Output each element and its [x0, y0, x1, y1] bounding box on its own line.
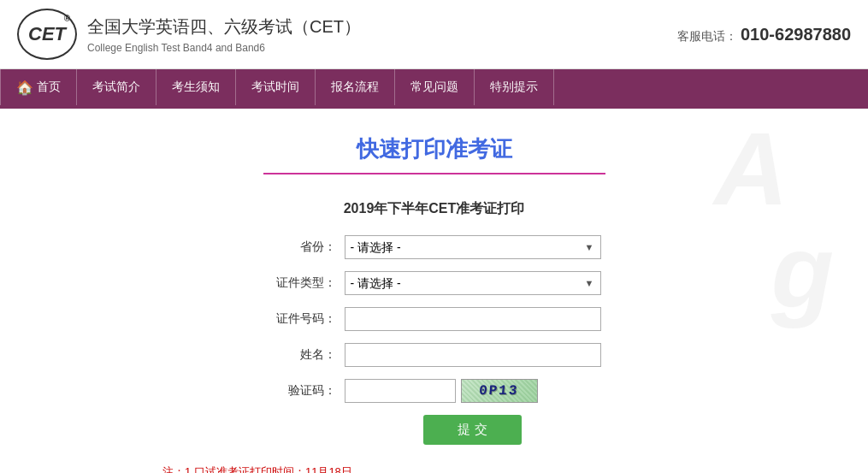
- province-select[interactable]: - 请选择 -: [345, 235, 601, 259]
- nav-intro[interactable]: 考试简介: [77, 69, 156, 105]
- submit-button[interactable]: 提 交: [423, 415, 521, 445]
- nav-notice[interactable]: 考生须知: [156, 69, 236, 105]
- page-title: 快速打印准考证: [17, 134, 851, 164]
- header-contact: 客服电话： 010-62987880: [677, 25, 851, 44]
- header-title: 全国大学英语四、六级考试（CET） College English Test B…: [87, 15, 361, 54]
- header-left: CET 全国大学英语四、六级考试（CET） College English Te…: [17, 9, 361, 60]
- site-title-sub: College English Test Band4 and Band6: [87, 42, 361, 54]
- notes: 注：1.口试准考证打印时间：11月18日 2.笔试准考证打印时间：请以考点通知时…: [162, 462, 706, 473]
- main-content: A g 快速打印准考证 2019年下半年CET准考证打印 省份： - 请选择 -…: [0, 109, 868, 473]
- province-row: 省份： - 请选择 -: [268, 235, 601, 259]
- service-label: 客服电话：: [677, 29, 737, 43]
- nav-time[interactable]: 考试时间: [236, 69, 316, 105]
- captcha-row: 验证码： 0P13: [268, 379, 601, 403]
- id-type-select[interactable]: - 请选择 -: [345, 271, 601, 295]
- id-type-row: 证件类型： - 请选择 -: [268, 271, 601, 295]
- nav-faq[interactable]: 常见问题: [395, 69, 475, 105]
- name-input[interactable]: [345, 343, 601, 367]
- site-logo: CET: [17, 9, 77, 60]
- logo-text: CET: [28, 23, 66, 45]
- id-type-select-wrapper[interactable]: - 请选择 -: [345, 271, 601, 295]
- form-container: 省份： - 请选择 - 证件类型： - 请选择 - 证件号码：: [268, 235, 601, 445]
- nav-register[interactable]: 报名流程: [316, 69, 395, 105]
- name-label: 姓名：: [268, 347, 336, 363]
- id-number-label: 证件号码：: [268, 311, 336, 327]
- captcha-label: 验证码：: [268, 383, 336, 399]
- form-subtitle: 2019年下半年CET准考证打印: [17, 200, 851, 218]
- notes-inner: 注：1.口试准考证打印时间：11月18日 2.笔试准考证打印时间：请以考点通知时…: [162, 445, 706, 473]
- captcha-container: 0P13: [345, 379, 538, 403]
- home-icon: 🏠: [16, 80, 33, 96]
- service-phone: 010-62987880: [741, 25, 851, 44]
- notes-section: 注：1.口试准考证打印时间：11月18日 2.笔试准考证打印时间：请以考点通知时…: [17, 445, 851, 473]
- captcha-input[interactable]: [345, 379, 456, 403]
- captcha-image[interactable]: 0P13: [461, 379, 538, 403]
- nav-home[interactable]: 🏠 首页: [0, 69, 77, 105]
- id-type-label: 证件类型：: [268, 275, 336, 291]
- nav-home-label: 首页: [37, 80, 61, 95]
- id-number-input[interactable]: [345, 307, 601, 331]
- name-row: 姓名：: [268, 343, 601, 367]
- form-section: 2019年下半年CET准考证打印 省份： - 请选择 - 证件类型： - 请选择…: [17, 200, 851, 473]
- province-label: 省份：: [268, 239, 336, 255]
- province-select-wrapper[interactable]: - 请选择 -: [345, 235, 601, 259]
- id-number-row: 证件号码：: [268, 307, 601, 331]
- nav-tips[interactable]: 特别提示: [475, 69, 554, 105]
- note-1: 注：1.口试准考证打印时间：11月18日: [162, 462, 706, 473]
- site-header: CET 全国大学英语四、六级考试（CET） College English Te…: [0, 0, 868, 69]
- site-title-main: 全国大学英语四、六级考试（CET）: [87, 15, 361, 38]
- submit-row: 提 交: [345, 415, 601, 445]
- title-divider: [263, 173, 605, 174]
- main-nav: 🏠 首页 考试简介 考生须知 考试时间 报名流程 常见问题 特别提示: [0, 69, 868, 105]
- captcha-text: 0P13: [479, 383, 520, 399]
